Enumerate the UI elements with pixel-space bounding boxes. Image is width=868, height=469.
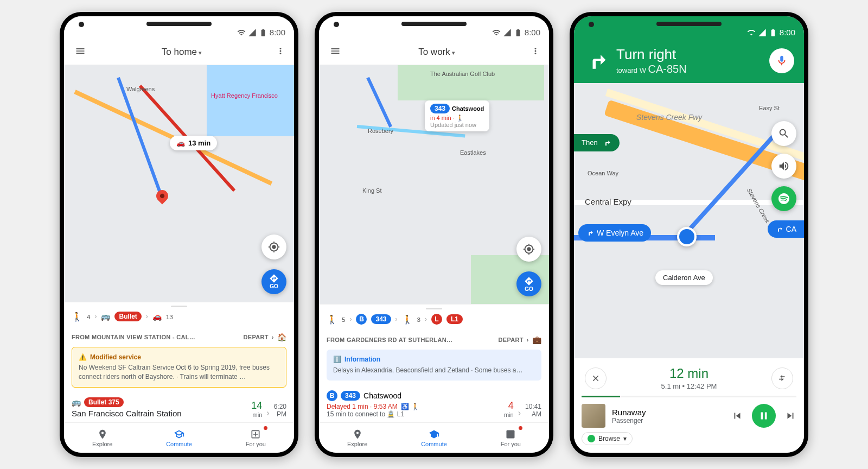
- play-pause-button[interactable]: [752, 404, 776, 428]
- then-label: Then: [582, 138, 598, 147]
- hamburger-icon: [330, 46, 341, 56]
- status-bar: 8:00: [319, 16, 549, 39]
- nav-foryou[interactable]: For you: [218, 423, 294, 453]
- dep-period: AM: [525, 410, 541, 418]
- crosshair-icon: [268, 241, 280, 253]
- phone-frame-3: 8:00 Turn right toward W CA-85N Then: [570, 12, 808, 457]
- nav-eta-time: 12 min: [661, 366, 717, 381]
- album-art[interactable]: [582, 404, 605, 428]
- commute-sheet[interactable]: 5 › B 343 › 3 › L L1 FROM GARDENERS RD A…: [319, 304, 549, 422]
- road-name: CA-85N: [648, 63, 687, 75]
- nav-eta[interactable]: 12 min 5.1 mi • 12:42 PM: [661, 366, 717, 390]
- browse-music-button[interactable]: Browse ▾: [582, 432, 633, 445]
- station-name: San Francisco Caltrain Station: [72, 409, 182, 418]
- eta-unit: min: [504, 411, 514, 418]
- song-artist: Passenger: [612, 417, 646, 424]
- briefcase-icon: [532, 335, 541, 344]
- l-badge: L: [431, 314, 442, 325]
- service-alert[interactable]: ⚠️Modified service No Weekend SF Caltrai…: [72, 347, 286, 388]
- from-row[interactable]: FROM GARDENERS RD AT SUTHERLAN… DEPART ›: [319, 330, 549, 350]
- eta-minutes: 14: [251, 400, 262, 411]
- commute-sheet[interactable]: 4 › Bullet › 13 FROM MOUNTAIN VIEW STATI…: [64, 302, 294, 422]
- nav-explore[interactable]: Explore: [64, 423, 141, 453]
- b-badge: B: [327, 390, 337, 401]
- overflow-menu[interactable]: [273, 42, 288, 62]
- song-title: Runaway: [612, 408, 646, 417]
- grabber[interactable]: [426, 308, 442, 309]
- callout-route: 343: [430, 104, 450, 113]
- map[interactable]: Walgreens Hyatt Regency Francisco 🚗 13 m…: [64, 65, 294, 302]
- eta-chip[interactable]: 🚗 13 min: [170, 136, 217, 150]
- destination-dropdown[interactable]: To home: [90, 47, 273, 58]
- notification-dot-icon: [519, 426, 522, 430]
- commute-icon: [429, 429, 439, 440]
- water: [207, 65, 294, 136]
- menu-button[interactable]: [326, 41, 345, 63]
- direction-text: Turn right: [616, 47, 687, 63]
- street-sign-right: CA: [768, 220, 804, 238]
- mic-icon: [776, 55, 788, 67]
- kebab-icon: [531, 46, 540, 56]
- from-row[interactable]: FROM MOUNTAIN VIEW STATION - CAL… DEPART…: [64, 327, 294, 347]
- nav-explore[interactable]: Explore: [319, 423, 395, 453]
- my-location-button[interactable]: [261, 234, 286, 259]
- pause-icon: [758, 410, 770, 422]
- sound-button[interactable]: [771, 154, 796, 179]
- grabber[interactable]: [171, 306, 187, 307]
- map[interactable]: Then Stevens Creek Fwy Easy St Glen Ct O…: [574, 83, 804, 358]
- search-icon: [778, 128, 790, 140]
- nav-commute[interactable]: Commute: [141, 423, 217, 453]
- next-track-button[interactable]: [784, 410, 796, 422]
- close-nav-button[interactable]: [585, 367, 607, 389]
- route-badge: 343: [341, 391, 360, 401]
- alt-routes-button[interactable]: [771, 367, 793, 389]
- search-button[interactable]: [771, 121, 796, 146]
- from-station: FROM GARDENERS RD AT SUTHERLAN…: [327, 337, 452, 343]
- bottom-nav: Explore Commute For you: [319, 422, 549, 453]
- route-line: [366, 77, 392, 128]
- service-info[interactable]: ℹ️Information Delays in Alexandria, Beac…: [327, 350, 541, 381]
- delayed-text: Delayed 1 min · 9:53 AM: [327, 403, 398, 410]
- nav-eta-detail: 5.1 mi • 12:42 PM: [661, 382, 717, 390]
- prev-track-button[interactable]: [731, 410, 743, 422]
- transit-departure[interactable]: Bullet 375 San Francisco Caltrain Statio…: [64, 393, 294, 422]
- eta-minutes: 4: [504, 400, 514, 411]
- overflow-menu[interactable]: [528, 42, 542, 62]
- map[interactable]: The Australian Golf Club Rosebery Eastla…: [319, 65, 549, 304]
- nav-commute[interactable]: Commute: [395, 423, 472, 453]
- kebab-icon: [276, 46, 285, 56]
- nav-direction-banner[interactable]: Turn right toward W CA-85N: [574, 39, 804, 83]
- info-title: Information: [344, 355, 380, 364]
- callout-updated: Updated just now: [430, 122, 484, 128]
- then-step-badge[interactable]: Then: [574, 134, 620, 151]
- sign-text: W Evelyn Ave: [597, 229, 643, 237]
- turn-right-icon: [586, 229, 593, 237]
- bus-callout[interactable]: 343 Chatswood in 4 min · 🚶 Updated just …: [425, 100, 489, 131]
- bus-icon: [101, 312, 110, 321]
- destination-dropdown[interactable]: To work: [345, 47, 528, 58]
- wifi-icon: [492, 28, 501, 37]
- route-badge: 343: [371, 314, 391, 324]
- car-icon: [152, 312, 162, 321]
- menu-button[interactable]: [71, 41, 90, 63]
- alert-body: No Weekend SF Caltrain Service Oct 6 to …: [79, 363, 279, 382]
- walk-mins: 5: [342, 316, 345, 323]
- spotify-button[interactable]: [771, 186, 796, 211]
- voice-search-button[interactable]: [769, 48, 794, 73]
- chevron-down-icon: ▾: [623, 435, 627, 442]
- go-button[interactable]: GO: [261, 269, 286, 294]
- route-steps: 4 › Bullet › 13: [64, 312, 294, 327]
- l1-badge: L1: [446, 314, 463, 324]
- alt-route-icon: [777, 373, 787, 383]
- go-label: GO: [525, 286, 533, 292]
- camera: [589, 22, 594, 27]
- bullet-badge: Bullet: [114, 312, 141, 321]
- poi-walgreens: Walgreens: [126, 86, 155, 92]
- b-badge: B: [356, 314, 367, 325]
- bottom-nav: Explore Commute For you: [64, 422, 294, 453]
- warning-icon: ⚠️: [79, 353, 87, 362]
- music-player: Runaway Passenger: [582, 404, 796, 428]
- nav-foryou[interactable]: For you: [473, 423, 549, 453]
- screen-navigation: 8:00 Turn right toward W CA-85N Then: [574, 16, 804, 453]
- transit-departure[interactable]: B 343 Chatswood Delayed 1 min · 9:53 AM …: [319, 386, 549, 422]
